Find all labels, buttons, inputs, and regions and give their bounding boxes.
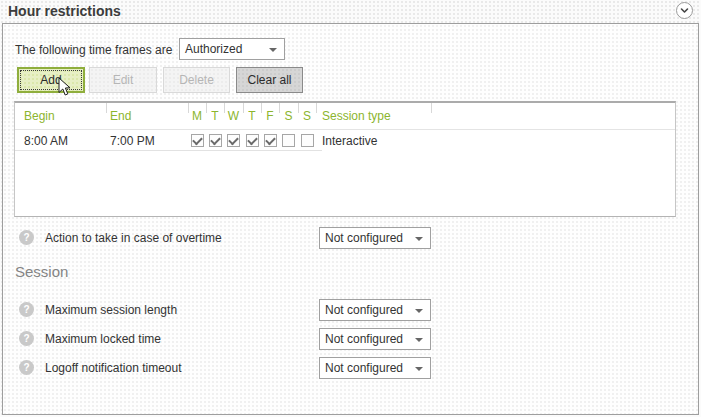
max-session-length-select[interactable]: Not configured [319,299,431,321]
logoff-timeout-label: Logoff notification timeout [45,361,182,375]
max-session-length-label: Maximum session length [45,303,177,317]
max-locked-time-row: ? Maximum locked time Not configured [3,328,698,350]
column-header-filler [431,103,675,129]
tuesday-checkbox[interactable] [209,134,222,147]
logoff-timeout-select[interactable]: Not configured [319,357,431,379]
chevron-down-icon [415,338,423,342]
overtime-select-value: Not configured [320,231,403,245]
help-icon[interactable]: ? [19,360,34,375]
timeframe-select-value: Authorized [180,42,242,56]
edit-button: Edit [89,67,157,93]
help-icon[interactable]: ? [19,302,34,317]
chevron-down-icon [415,237,423,241]
overtime-label: Action to take in case of overtime [45,231,222,245]
chevron-down-icon [415,367,423,371]
sunday-checkbox[interactable] [301,134,314,147]
timeframe-row[interactable]: 8:00 AM 7:00 PM Interactive [15,130,675,151]
thursday-checkbox[interactable] [246,134,259,147]
max-locked-time-label: Maximum locked time [45,332,161,346]
page-title: Hour restrictions [8,3,121,19]
session-type-cell: Interactive [316,130,431,151]
column-header-wednesday: W [224,103,243,129]
delete-button: Delete [163,67,230,93]
chevron-down-icon [415,309,423,313]
column-header-thursday: T [243,103,261,129]
collapse-section-button[interactable] [676,2,693,19]
overtime-select[interactable]: Not configured [319,227,431,249]
wednesday-checkbox[interactable] [227,134,240,147]
help-icon[interactable]: ? [19,230,34,245]
column-header-tuesday: T [206,103,224,129]
column-header-monday: M [188,103,206,129]
max-session-length-row: ? Maximum session length Not configured [3,299,698,321]
hour-restrictions-panel: The following time frames are Authorized… [2,23,699,415]
column-header-begin: Begin [15,103,106,129]
add-button[interactable]: Add [17,67,85,93]
timeframes-table: Begin End M T W T F S S Session type 8:0… [14,101,676,217]
max-session-length-value: Not configured [320,303,403,317]
column-header-sunday: S [298,103,316,129]
end-cell: 7:00 PM [106,130,188,151]
hour-restrictions-screen: Hour restrictions The following time fra… [0,0,701,417]
timeframe-label: The following time frames are [15,43,172,57]
column-header-session-type: Session type [316,103,431,129]
column-header-friday: F [261,103,279,129]
saturday-checkbox[interactable] [282,134,295,147]
logoff-timeout-row: ? Logoff notification timeout Not config… [3,357,698,379]
friday-checkbox[interactable] [264,134,277,147]
chevron-down-icon [678,4,691,17]
column-header-saturday: S [279,103,298,129]
overtime-row: ? Action to take in case of overtime Not… [3,227,698,249]
timeframes-table-header: Begin End M T W T F S S Session type [15,103,675,130]
help-icon[interactable]: ? [19,331,34,346]
max-locked-time-value: Not configured [320,332,403,346]
clear-all-button[interactable]: Clear all [236,67,303,93]
logoff-timeout-value: Not configured [320,361,403,375]
begin-cell: 8:00 AM [15,130,106,151]
session-section-heading: Session [15,263,68,280]
chevron-down-icon [269,48,277,52]
max-locked-time-select[interactable]: Not configured [319,328,431,350]
column-header-end: End [106,103,188,129]
monday-checkbox[interactable] [191,134,204,147]
timeframe-select[interactable]: Authorized [179,38,285,60]
section-header: Hour restrictions [0,0,701,23]
